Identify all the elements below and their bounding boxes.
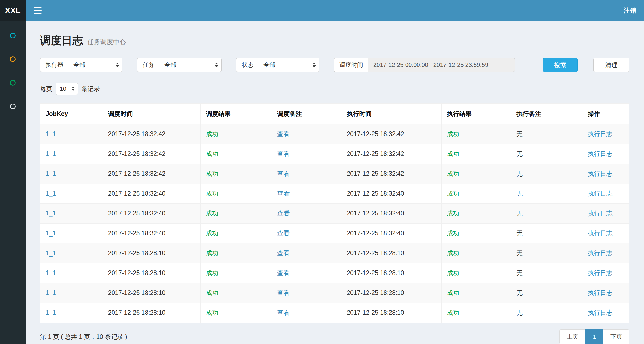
job-filter: 任务 全部 [137,58,222,72]
handle-msg: 无 [511,124,582,144]
trigger-msg-link[interactable]: 查看 [277,150,290,157]
job-key-link[interactable]: 1_1 [46,130,56,137]
circle-outline-icon [10,104,16,109]
trigger-msg-link[interactable]: 查看 [277,170,290,177]
sidebar-toggle-button[interactable] [34,7,42,14]
trigger-msg-link[interactable]: 查看 [277,230,290,237]
handle-time: 2017-12-25 18:32:42 [341,164,442,184]
sidebar-item[interactable] [0,33,26,38]
handle-time: 2017-12-25 18:32:40 [341,224,442,243]
job-key-link[interactable]: 1_1 [46,210,56,217]
job-key-link[interactable]: 1_1 [46,309,56,316]
trigger-msg-link[interactable]: 查看 [277,190,290,197]
status-select[interactable]: 全部 [259,58,319,72]
job-key-link[interactable]: 1_1 [46,250,56,257]
logout-button[interactable]: 注销 [624,6,636,15]
column-header: 执行结果 [442,104,511,124]
action-log-link-cell: 执行日志 [582,283,629,303]
trigger-time-label: 调度时间 [334,58,368,72]
next-page-button[interactable]: 下页 [603,329,629,344]
navbar-main: 注销 [26,0,644,21]
handle-result: 成功 [442,263,511,283]
top-navbar: XXL 注销 [0,0,644,21]
search-button[interactable]: 搜索 [543,58,578,72]
trigger-result: 成功 [200,283,272,303]
select-arrows-icon [313,63,316,67]
sidebar-menu [0,21,26,344]
trigger-msg-link-cell: 查看 [272,164,341,184]
handle-result: 成功 [442,224,511,243]
action-log-link[interactable]: 执行日志 [588,289,612,296]
handle-msg: 无 [511,263,582,283]
trigger-msg-link[interactable]: 查看 [277,289,290,296]
action-log-link-cell: 执行日志 [582,164,629,184]
handle-time: 2017-12-25 18:32:42 [341,144,442,164]
hamburger-icon [34,13,42,14]
action-log-link[interactable]: 执行日志 [588,250,612,257]
status-select-value: 全部 [263,61,275,69]
trigger-time: 2017-12-25 18:32:42 [103,144,200,164]
column-header: JobKey [40,104,103,124]
sidebar-item[interactable] [0,80,26,85]
table-row: 1_12017-12-25 18:28:10成功查看2017-12-25 18:… [40,283,629,303]
job-key-link-cell: 1_1 [40,243,103,263]
action-log-link[interactable]: 执行日志 [588,210,612,217]
trigger-time: 2017-12-25 18:32:40 [103,204,200,224]
action-log-link[interactable]: 执行日志 [588,309,612,316]
job-select[interactable]: 全部 [160,58,222,72]
trigger-msg-link-cell: 查看 [272,243,341,263]
table-row: 1_12017-12-25 18:32:42成功查看2017-12-25 18:… [40,124,629,144]
trigger-result: 成功 [200,243,272,263]
trigger-result: 成功 [200,184,272,204]
job-key-link[interactable]: 1_1 [46,170,56,177]
trigger-result: 成功 [200,303,272,323]
page-size-value: 10 [60,86,66,92]
job-key-link[interactable]: 1_1 [46,269,56,276]
action-log-link-cell: 执行日志 [582,263,629,283]
job-key-link[interactable]: 1_1 [46,289,56,296]
column-header: 调度备注 [272,104,341,124]
clear-button[interactable]: 清理 [593,58,629,72]
handle-msg: 无 [511,243,582,263]
action-log-link[interactable]: 执行日志 [588,230,612,237]
job-key-link[interactable]: 1_1 [46,150,56,157]
job-select-value: 全部 [164,61,176,69]
action-log-link[interactable]: 执行日志 [588,269,612,276]
trigger-time-filter: 调度时间 [334,58,515,72]
current-page-button[interactable]: 1 [585,329,603,344]
action-log-link-cell: 执行日志 [582,243,629,263]
table-row: 1_12017-12-25 18:32:42成功查看2017-12-25 18:… [40,144,629,164]
sidebar-item[interactable] [0,56,26,62]
action-log-link[interactable]: 执行日志 [588,150,612,157]
trigger-time-range-input[interactable] [368,58,515,72]
prev-page-button[interactable]: 上页 [559,329,586,344]
trigger-msg-link[interactable]: 查看 [277,130,290,137]
handle-msg: 无 [511,303,582,323]
job-key-link[interactable]: 1_1 [46,190,56,197]
trigger-msg-link[interactable]: 查看 [277,250,290,257]
action-log-link[interactable]: 执行日志 [588,130,612,137]
status-filter: 状态 全部 [236,58,319,72]
hamburger-icon [34,7,42,8]
job-key-link-cell: 1_1 [40,224,103,243]
trigger-time: 2017-12-25 18:28:10 [103,263,200,283]
handle-time: 2017-12-25 18:28:10 [341,283,442,303]
trigger-msg-link[interactable]: 查看 [277,309,290,316]
page-size-select[interactable]: 10 [56,83,78,95]
sidebar-item[interactable] [0,104,26,109]
action-log-link[interactable]: 执行日志 [588,190,612,197]
action-log-link[interactable]: 执行日志 [588,170,612,177]
job-key-link[interactable]: 1_1 [46,230,56,237]
executor-select[interactable]: 全部 [69,58,122,72]
handle-time: 2017-12-25 18:32:42 [341,124,442,144]
trigger-msg-link-cell: 查看 [272,303,341,323]
select-arrows-icon [72,87,74,91]
trigger-msg-link-cell: 查看 [272,124,341,144]
executor-select-value: 全部 [73,61,85,69]
trigger-msg-link[interactable]: 查看 [277,210,290,217]
executor-filter: 执行器 全部 [40,58,122,72]
column-header: 调度时间 [103,104,200,124]
trigger-msg-link[interactable]: 查看 [277,269,290,276]
handle-time: 2017-12-25 18:32:40 [341,204,442,224]
executor-label: 执行器 [40,58,69,72]
